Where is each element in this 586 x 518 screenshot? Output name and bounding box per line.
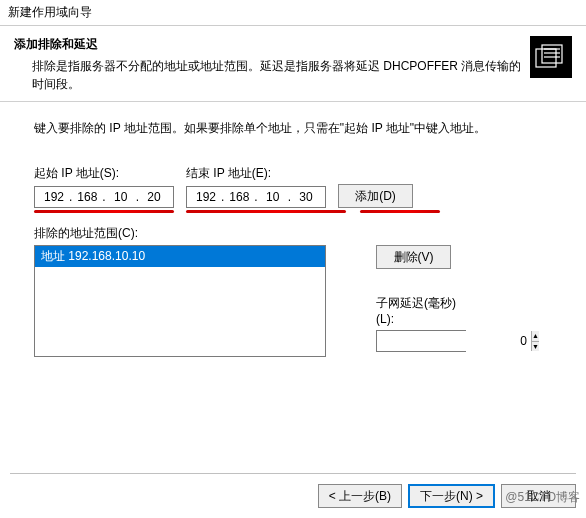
- excluded-range-label: 排除的地址范围(C):: [34, 225, 552, 242]
- wizard-footer: < 上一步(B) 下一步(N) > 取消: [10, 473, 576, 508]
- delete-button[interactable]: 删除(V): [376, 245, 451, 269]
- cancel-button[interactable]: 取消: [501, 484, 576, 508]
- wizard-content: 键入要排除的 IP 地址范围。如果要排除单个地址，只需在"起始 IP 地址"中键…: [0, 102, 586, 367]
- spinner-up-icon[interactable]: ▲: [532, 331, 539, 342]
- red-underline-icon: [186, 210, 346, 213]
- end-ip-o1[interactable]: [193, 190, 219, 204]
- excluded-listbox[interactable]: 地址 192.168.10.10: [34, 245, 326, 357]
- start-ip-input[interactable]: . . .: [34, 186, 174, 208]
- next-button[interactable]: 下一步(N) >: [408, 484, 495, 508]
- add-button[interactable]: 添加(D): [338, 184, 413, 208]
- end-ip-label: 结束 IP 地址(E):: [186, 165, 326, 182]
- wizard-icon: [530, 36, 572, 78]
- header-description: 排除是指服务器不分配的地址或地址范围。延迟是指服务器将延迟 DHCPOFFER …: [14, 57, 522, 93]
- start-ip-o4[interactable]: [141, 190, 167, 204]
- end-ip-o2[interactable]: [226, 190, 252, 204]
- window-title: 新建作用域向导: [0, 0, 586, 26]
- subnet-delay-input[interactable]: [377, 331, 531, 351]
- subnet-delay-label: 子网延迟(毫秒)(L):: [376, 295, 466, 326]
- spinner-down-icon[interactable]: ▼: [532, 342, 539, 352]
- svg-rect-1: [542, 45, 562, 63]
- header-title: 添加排除和延迟: [14, 36, 522, 53]
- instruction-text: 键入要排除的 IP 地址范围。如果要排除单个地址，只需在"起始 IP 地址"中键…: [34, 120, 552, 137]
- back-button[interactable]: < 上一步(B): [318, 484, 402, 508]
- wizard-header: 添加排除和延迟 排除是指服务器不分配的地址或地址范围。延迟是指服务器将延迟 DH…: [0, 26, 586, 102]
- svg-rect-0: [536, 49, 556, 67]
- end-ip-o3[interactable]: [260, 190, 286, 204]
- start-ip-label: 起始 IP 地址(S):: [34, 165, 174, 182]
- start-ip-o3[interactable]: [108, 190, 134, 204]
- end-ip-input[interactable]: . . .: [186, 186, 326, 208]
- red-underline-icon: [34, 210, 174, 213]
- start-ip-o2[interactable]: [74, 190, 100, 204]
- end-ip-o4[interactable]: [293, 190, 319, 204]
- red-underline-icon: [360, 210, 440, 213]
- start-ip-o1[interactable]: [41, 190, 67, 204]
- list-item[interactable]: 地址 192.168.10.10: [35, 246, 325, 267]
- annotation-underlines: [34, 208, 552, 213]
- subnet-delay-spinner[interactable]: ▲ ▼: [376, 330, 466, 352]
